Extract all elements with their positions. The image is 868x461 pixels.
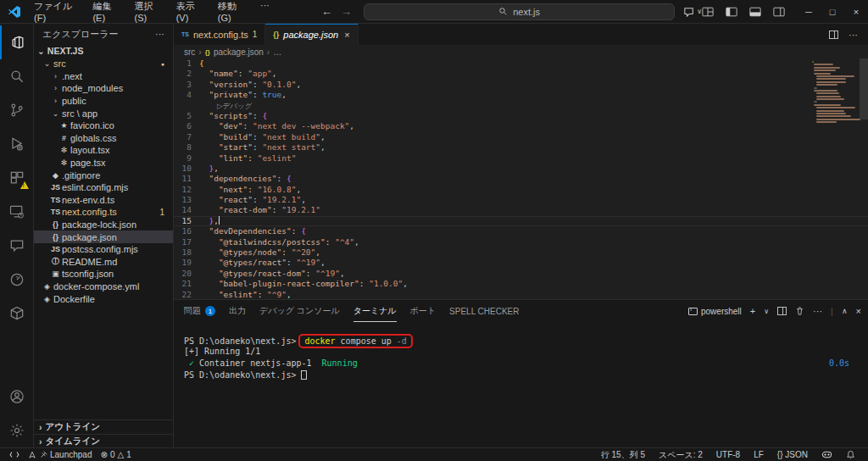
nav-forward-button[interactable]: → (341, 5, 352, 18)
code-line-2[interactable]: 2 "name": "app", (174, 69, 868, 79)
terminal-dropdown-icon[interactable]: ∨ (764, 308, 769, 315)
minimap[interactable] (812, 61, 856, 125)
code-line-9[interactable]: 9 "lint": "eslint" (174, 153, 868, 164)
code-line-6[interactable]: 6 "dev": "next dev --webpack", (174, 121, 868, 131)
language-mode-status[interactable]: {} JSON (773, 448, 812, 461)
code-line-22[interactable]: 22 "eslint": "^9", (174, 290, 868, 299)
chat-icon[interactable] (0, 229, 34, 263)
tree-item-readme.md[interactable]: ⓘREADME.md (34, 256, 173, 269)
run-debug-icon[interactable] (0, 127, 34, 161)
panel-tab-spell-checker[interactable]: SPELL CHECKER (449, 301, 519, 322)
settings-icon[interactable] (0, 414, 34, 447)
tree-item-next-env.d.ts[interactable]: TSnext-env.d.ts (34, 194, 173, 207)
split-terminal-icon[interactable] (777, 307, 787, 315)
editor-more-actions[interactable]: ··· (849, 30, 858, 40)
maximize-button[interactable]: □ (821, 0, 844, 23)
code-line-8[interactable]: 8 "start": "next start", (174, 142, 868, 153)
new-terminal-button[interactable]: + (750, 306, 755, 316)
code-line-3[interactable]: 3 "version": "0.1.0", (174, 80, 868, 90)
tree-item-src[interactable]: ⌄src● (34, 58, 173, 70)
tree-item-public[interactable]: ›public (34, 95, 173, 108)
panel-tab-出力[interactable]: 出力 (229, 301, 246, 322)
toggle-panel-icon[interactable] (749, 7, 761, 17)
encoding-status[interactable]: UTF-8 (712, 448, 744, 461)
tree-item-src-app[interactable]: ⌄src \ app (34, 107, 173, 119)
codelens-debug-action[interactable]: ▷デバッグ (174, 101, 868, 111)
close-window-button[interactable]: × (844, 0, 868, 23)
remote-indicator[interactable] (5, 448, 24, 461)
search-icon[interactable] (0, 59, 34, 93)
copilot-status-icon[interactable] (817, 448, 837, 461)
outline-section[interactable]: › アウトライン (34, 420, 173, 434)
customize-layout-icon[interactable] (702, 7, 714, 17)
code-line-7[interactable]: 7 "build": "next build", (174, 132, 868, 142)
code-line-5[interactable]: 5 "scripts": { (174, 111, 868, 121)
code-line-15[interactable]: 15 }, (174, 216, 868, 226)
split-editor-icon[interactable] (829, 31, 838, 39)
tree-item-node-modules[interactable]: ›node_modules (34, 82, 173, 95)
breadcrumb-package-json[interactable]: package.json (214, 47, 264, 57)
workspace-root-folder[interactable]: ⌄ NEXT.JS (34, 44, 173, 58)
tab-next-config-ts[interactable]: TS next.config.ts 1 (174, 24, 265, 45)
account-icon[interactable] (0, 380, 34, 414)
tree-item-package.json[interactable]: {}package.json (34, 230, 173, 243)
tree-item-docker-compose.yml[interactable]: ◈docker-compose.yml (34, 280, 173, 293)
indentation-status[interactable]: スペース: 2 (654, 448, 707, 461)
panel-tab-デバッグ-コンソール[interactable]: デバッグ コンソール (259, 301, 340, 322)
menu-v[interactable]: 表示(V) (170, 0, 210, 25)
code-editor[interactable]: 1{2 "name": "app",3 "version": "0.1.0",4… (174, 58, 868, 299)
code-line-11[interactable]: 11 "dependencies": { (174, 174, 868, 184)
code-line-10[interactable]: 10 }, (174, 164, 868, 174)
panel-tab-ポート[interactable]: ポート (410, 301, 436, 322)
code-line-21[interactable]: 21 "babel-plugin-react-compiler": "1.0.0… (174, 279, 868, 289)
extensions-icon[interactable] (0, 161, 34, 195)
eol-status[interactable]: LF (749, 448, 768, 461)
command-center-search[interactable]: next.js (364, 3, 675, 20)
tree-item-.next[interactable]: ›.next (34, 70, 173, 83)
tree-item-page.tsx[interactable]: ✻page.tsx (34, 157, 173, 169)
source-control-icon[interactable] (0, 93, 34, 127)
tree-item-globals.css[interactable]: #globals.css (34, 132, 173, 145)
code-line-16[interactable]: 16 "devDependencies": { (174, 226, 868, 236)
tree-item-eslint.config.mjs[interactable]: JSeslint.config.mjs (34, 181, 173, 194)
close-tab-icon[interactable]: × (344, 30, 349, 40)
tree-item-tsconfig.json[interactable]: ▣tsconfig.json (34, 268, 173, 280)
toggle-sidebar-icon[interactable] (726, 7, 737, 17)
code-line-13[interactable]: 13 "react": "19.2.1", (174, 195, 868, 205)
terminal-instance-label[interactable]: powershell (688, 307, 742, 316)
panel-tab-ターミナル[interactable]: ターミナル (353, 301, 397, 322)
code-line-12[interactable]: 12 "next": "16.0.8", (174, 185, 868, 195)
kill-terminal-icon[interactable] (795, 306, 804, 316)
code-line-17[interactable]: 17 "@tailwindcss/postcss": "^4", (174, 237, 868, 247)
code-line-18[interactable]: 18 "@types/node": "^20", (174, 247, 868, 258)
run-profile-icon[interactable] (0, 263, 34, 297)
tree-item-favicon.ico[interactable]: ★favicon.ico (34, 119, 173, 132)
launchpad-status[interactable]: Launchpad (24, 448, 97, 461)
sidebar-more-actions[interactable]: ··· (155, 29, 164, 39)
tree-item-dockerfile[interactable]: ◈Dockerfile (34, 292, 173, 305)
cursor-position-status[interactable]: 行 15、列 5 (597, 448, 649, 461)
maximize-panel-icon[interactable]: ∧ (842, 307, 848, 315)
panel-tab-問題[interactable]: 問題1 (184, 301, 215, 322)
tab-package-json[interactable]: {} package.json × (265, 24, 358, 45)
tree-item-next.config.ts[interactable]: TSnext.config.ts1 (34, 206, 173, 219)
explorer-icon[interactable] (0, 25, 34, 59)
copilot-menu-button[interactable]: ∨ (683, 7, 702, 17)
tree-item-.gitignore[interactable]: ◆.gitignore (34, 169, 173, 181)
panel-more-actions[interactable]: ··· (813, 306, 822, 316)
minimize-button[interactable]: ─ (797, 0, 821, 23)
terminal-output[interactable]: PS D:\odaneko\next.js>docker compose up … (174, 322, 868, 447)
editor-scrollbar[interactable] (860, 58, 868, 119)
code-line-19[interactable]: 19 "@types/react": "^19", (174, 258, 868, 268)
tree-item-postcss.config.mjs[interactable]: JSpostcss.config.mjs (34, 243, 173, 256)
menu-s[interactable]: 選択(S) (129, 0, 169, 25)
close-panel-icon[interactable]: × (856, 306, 861, 316)
menu-e[interactable]: 編集(E) (86, 0, 126, 25)
tree-item-package-lock.json[interactable]: {}package-lock.json (34, 219, 173, 231)
timeline-section[interactable]: › タイムライン (34, 434, 173, 447)
code-line-1[interactable]: 1{ (174, 58, 868, 69)
notifications-bell-icon[interactable] (842, 448, 860, 461)
menu-g[interactable]: 移動(G) (212, 0, 253, 25)
tree-item-layout.tsx[interactable]: ✻layout.tsx (34, 144, 173, 157)
menu-[interactable]: ··· (254, 0, 275, 25)
